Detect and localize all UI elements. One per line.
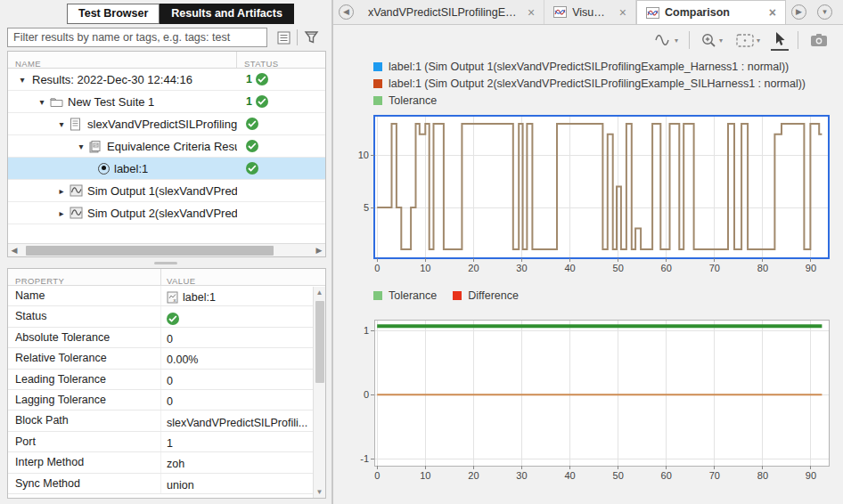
tab-comparison[interactable]: Comparison × [636,0,786,24]
property-vertical-scrollbar[interactable]: ▲ ▼ [313,287,325,498]
pass-count: 1 [246,73,252,85]
status-pass-icon [256,95,268,108]
chevron-down-icon[interactable]: ▾ [17,75,28,85]
signal-plot-icon [70,184,83,198]
wave-icon [653,32,673,48]
tree-row-sim-output-2[interactable]: ▸ Sim Output 2(slexVandVPred [8,202,325,224]
svg-text:50: 50 [613,263,624,273]
property-value: label:1 [183,291,216,304]
tree-row-equivalence-criteria[interactable]: ▾ Equivalence Criteria Result [8,135,325,158]
tree-header: NAME STATUS [8,52,325,69]
tree-horizontal-scrollbar[interactable]: ◀ ▶ [8,243,325,256]
property-row-lagging-tolerance[interactable]: Lagging Tolerance 0 [8,390,325,411]
comparison-panel: ◀ xVandVPredictSILProfilingExam... × Vis… [333,0,843,504]
scroll-left-arrow-icon[interactable]: ◀ [8,246,20,255]
chevron-down-icon[interactable]: ▾ [675,37,678,45]
property-row-leading-tolerance[interactable]: Leading Tolerance 0 [8,370,325,390]
difference-chart[interactable]: -1010102030405060708090 [333,317,843,488]
chevron-down-icon[interactable]: ▾ [37,97,47,107]
test-case-document-icon [70,118,83,131]
svg-text:80: 80 [757,263,768,273]
scrollbar-thumb[interactable] [315,301,324,383]
svg-text:10: 10 [420,470,430,481]
chevron-down-icon[interactable]: ▾ [757,37,760,45]
tree-row-test-suite[interactable]: ▾ New Test Suite 1 1 [8,91,325,113]
plot-tab-icon [646,7,659,19]
chevron-down-icon[interactable]: ▾ [719,37,723,45]
signal-radio-icon[interactable] [98,163,110,175]
close-icon[interactable]: × [619,5,626,20]
tree-row-test-case[interactable]: ▾ slexVandVPredictSILProfilingEx [8,113,325,135]
tree-row-label: slexVandVPredictSILProfilingEx [87,118,237,131]
tab-scroll-left-icon[interactable]: ◀ [339,4,354,20]
saved-filters-icon[interactable] [273,28,294,47]
svg-text:40: 40 [564,263,575,273]
property-row-name[interactable]: Name x label:1 [8,286,325,306]
difference-legend: Tolerance Difference [333,280,843,306]
property-value: zoh [161,452,325,472]
tab-test-file[interactable]: xVandVPredictSILProfilingExam... × [359,0,544,24]
property-row-interp-method[interactable]: Interp Method zoh [8,452,325,473]
chevron-down-icon[interactable]: ▾ [76,142,86,151]
chevron-right-icon[interactable]: ▸ [56,186,67,196]
scroll-up-arrow-icon[interactable]: ▲ [314,287,325,298]
legend-item[interactable]: Tolerance [373,94,843,107]
fit-to-view-tool[interactable]: ▾ [733,31,762,50]
tab-scroll-right-icon[interactable]: ▶ [791,4,806,20]
zoom-in-tool[interactable]: ▾ [699,30,724,51]
svg-text:0: 0 [374,263,380,273]
legend-item[interactable]: label:1 (Sim Output 1(slexVandVPredictSI… [373,61,843,73]
test-manager-window: Test Browser Results and Artifacts [0,0,843,504]
legend-item[interactable]: Tolerance [373,289,437,302]
scrollbar-thumb[interactable] [26,246,274,256]
property-value: 0 [161,390,325,410]
document-tab-strip: ◀ xVandVPredictSILProfilingExam... × Vis… [333,0,843,25]
plot-toolbar: ▾ ▾ ▾ [333,25,843,55]
filter-results-input[interactable] [7,28,267,47]
property-row-sync-method[interactable]: Sync Method union [8,474,325,494]
status-pass-icon [246,162,258,175]
chevron-right-icon[interactable]: ▸ [56,208,67,218]
close-icon[interactable]: × [769,5,776,20]
svg-text:1: 1 [364,325,369,336]
column-value: VALUE [167,276,195,286]
snapshot-tool[interactable] [807,30,831,50]
legend-item[interactable]: Difference [453,289,519,302]
panel-splitter[interactable] [0,257,331,268]
tab-results-and-artifacts[interactable]: Results and Artifacts [160,4,294,24]
svg-text:70: 70 [709,263,720,273]
tree-row-label: Results: 2022-Dec-30 12:44:16 [32,73,192,86]
scroll-down-arrow-icon[interactable]: ▼ [314,486,325,498]
property-row-block-path[interactable]: Block Path slexVandVPredictSILProfili... [8,411,325,431]
scroll-right-arrow-icon[interactable]: ▶ [313,246,325,255]
chevron-down-icon[interactable]: ▾ [56,119,67,129]
property-row-relative-tolerance[interactable]: Relative Tolerance 0.00% [8,348,325,369]
filter-funnel-icon[interactable] [300,28,322,47]
comparison-legend: label:1 (Sim Output 1(slexVandVPredictSI… [333,55,843,113]
signal-wave-tool[interactable]: ▾ [651,30,680,50]
property-row-status[interactable]: Status [8,306,325,327]
svg-text:60: 60 [661,263,672,273]
comparison-signals-chart[interactable]: 5100102030405060708090 [333,113,843,280]
property-value: 0 [161,370,325,389]
results-browser-panel: Test Browser Results and Artifacts [0,0,333,504]
property-row-port[interactable]: Port 1 [8,432,325,452]
tree-row-label-1[interactable]: label:1 [8,158,325,180]
divider [297,29,298,45]
tab-test-browser[interactable]: Test Browser [67,4,160,24]
legend-swatch-sim-output-1 [373,62,382,71]
legend-item[interactable]: label:1 (Sim Output 2(slexVandVPredictSI… [373,77,843,90]
svg-text:20: 20 [468,263,479,273]
tree-row-sim-output-1[interactable]: ▸ Sim Output 1(slexVandVPred [8,180,325,202]
status-pass-icon [167,313,179,325]
tab-visualize[interactable]: Visualize × [544,0,636,24]
property-table-header: PROPERTY VALUE [8,269,325,286]
pointer-tool[interactable] [771,29,789,51]
close-icon[interactable]: × [528,5,535,20]
property-row-absolute-tolerance[interactable]: Absolute Tolerance 0 [8,328,325,348]
tree-row-label: label:1 [114,162,148,175]
tree-row-results[interactable]: ▾ Results: 2022-Dec-30 12:44:16 1 [8,69,325,91]
tab-list-menu-icon[interactable]: ▾ [817,4,832,20]
legend-swatch-tolerance [373,96,382,105]
column-property: PROPERTY [15,276,64,286]
